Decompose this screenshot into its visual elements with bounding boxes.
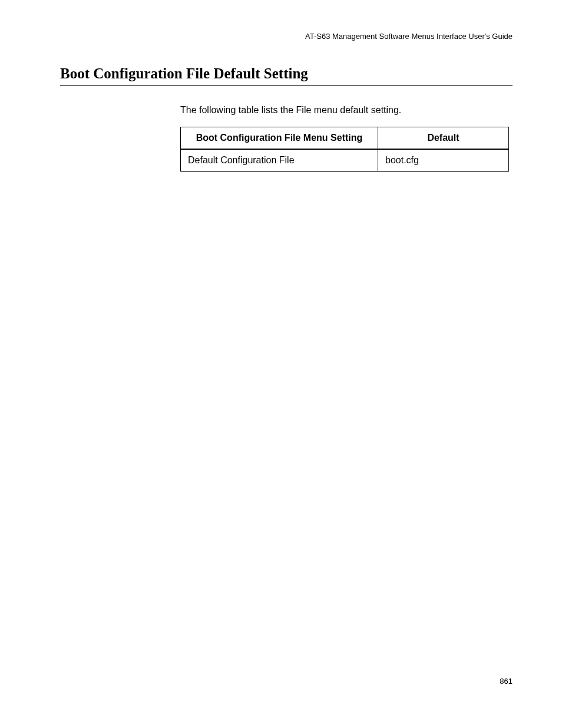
page-header: AT-S63 Management Software Menus Interfa… xyxy=(305,32,513,41)
settings-table: Boot Configuration File Menu Setting Def… xyxy=(180,127,509,172)
intro-text: The following table lists the File menu … xyxy=(180,105,401,116)
section-title: Boot Configuration File Default Setting xyxy=(60,65,513,86)
table-row: Default Configuration File boot.cfg xyxy=(181,149,509,172)
table-cell-default: boot.cfg xyxy=(378,149,509,172)
table-cell-setting: Default Configuration File xyxy=(181,149,378,172)
table-header-setting: Boot Configuration File Menu Setting xyxy=(181,127,378,150)
table-header-default: Default xyxy=(378,127,509,150)
page-number: 861 xyxy=(500,677,513,686)
table-header-row: Boot Configuration File Menu Setting Def… xyxy=(181,127,509,150)
